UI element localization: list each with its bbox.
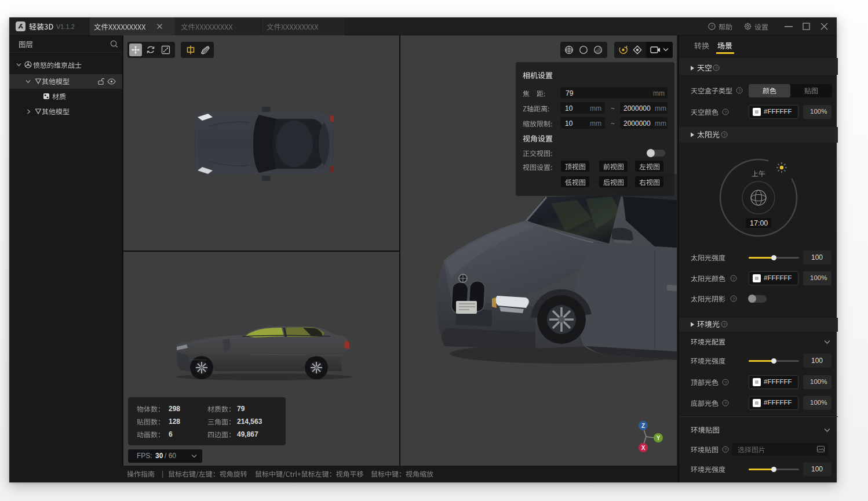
svg-text:?: ? bbox=[715, 66, 717, 71]
svg-text:?: ? bbox=[738, 88, 741, 93]
svg-text:?: ? bbox=[732, 276, 735, 281]
svg-text:?: ? bbox=[710, 24, 713, 29]
svg-text:?: ? bbox=[724, 447, 727, 452]
svg-text:?: ? bbox=[724, 401, 727, 406]
svg-text:X: X bbox=[641, 445, 645, 451]
svg-text:?: ? bbox=[724, 110, 727, 115]
svg-text:Y: Y bbox=[657, 435, 661, 441]
svg-text:?: ? bbox=[723, 322, 725, 327]
svg-text:?: ? bbox=[723, 132, 725, 137]
svg-text:?: ? bbox=[724, 380, 727, 385]
svg-text:Z: Z bbox=[641, 423, 645, 429]
svg-text:?: ? bbox=[732, 296, 735, 302]
